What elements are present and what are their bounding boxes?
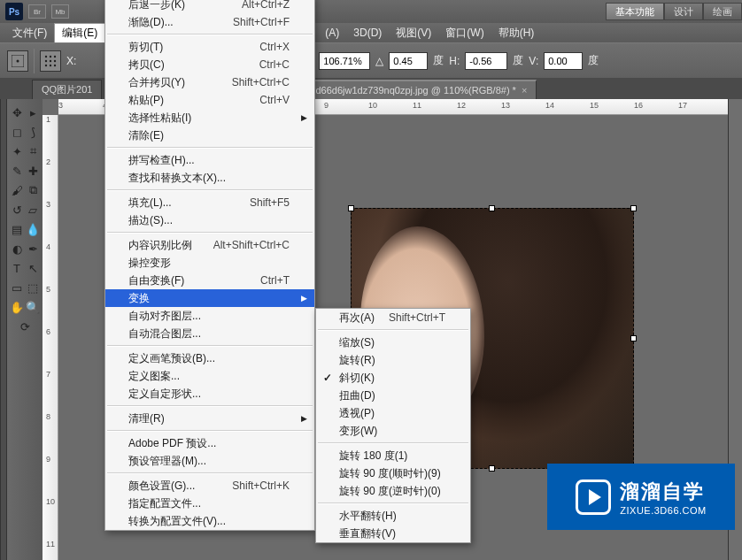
wand-tool-icon[interactable]: ✦ xyxy=(9,142,25,160)
menu-item[interactable]: 粘贴(P)Ctrl+V xyxy=(105,91,314,109)
transform-handle-bm[interactable] xyxy=(489,465,495,472)
pen-tool-icon[interactable]: ✒ xyxy=(25,240,41,257)
marquee-tool-icon[interactable]: ◻ xyxy=(9,123,25,141)
type-tool-icon[interactable]: T xyxy=(9,259,25,277)
menu-file[interactable]: 文件(F) xyxy=(5,23,54,42)
menu-item[interactable]: 拷贝(C)Ctrl+C xyxy=(105,56,314,73)
hand-tool-icon[interactable]: ✋ xyxy=(9,298,25,316)
menu-item[interactable]: Adobe PDF 预设... xyxy=(105,434,314,452)
stamp-tool-icon[interactable]: ⧉ xyxy=(25,181,41,199)
chevron-icon[interactable]: ▸ xyxy=(25,104,41,121)
menu-item[interactable]: 旋转 90 度(顺时针)(9) xyxy=(316,464,470,482)
menu-item[interactable]: 颜色设置(G)...Shift+Ctrl+K xyxy=(105,477,314,495)
bridge-badge[interactable]: Br xyxy=(28,4,46,19)
crop-tool-icon[interactable]: ⌗ xyxy=(25,142,41,160)
edit-menu: 后退一步(K)Alt+Ctrl+Z渐隐(D)...Shift+Ctrl+F剪切(… xyxy=(104,0,315,531)
dodge-tool-icon[interactable]: ◐ xyxy=(9,240,25,257)
doc-tab-2-label: d66d6jw1dz739nq0zpj.jpg @ 110%(RGB/8#) * xyxy=(315,85,515,96)
eyedropper-tool-icon[interactable]: ✎ xyxy=(9,162,25,180)
menu-item[interactable]: 合并拷贝(Y)Shift+Ctrl+C xyxy=(105,73,314,91)
menu-item[interactable]: 操控变形 xyxy=(105,254,314,272)
menu-item[interactable]: 转换为配置文件(V)... xyxy=(105,512,314,530)
menu-item-label: 变形(W) xyxy=(339,424,377,439)
menu-item[interactable]: 自由变换(F)Ctrl+T xyxy=(105,272,314,289)
lasso-tool-icon[interactable]: ⟆ xyxy=(25,123,41,141)
blur-tool-icon[interactable]: 💧 xyxy=(25,220,41,238)
reference-point-icon[interactable] xyxy=(7,50,28,72)
opt-v-input[interactable] xyxy=(544,52,583,70)
transform-handle-mr[interactable] xyxy=(630,335,637,341)
3d-tool-icon[interactable]: ⬚ xyxy=(25,279,41,296)
menu-item-label: 旋转 90 度(逆时针)(0) xyxy=(339,484,441,499)
opt-h-input[interactable] xyxy=(319,52,370,70)
menu-item[interactable]: 缩放(S) xyxy=(316,334,470,351)
menu-item[interactable]: ✓斜切(K) xyxy=(316,369,470,387)
gradient-tool-icon[interactable]: ▤ xyxy=(9,220,25,238)
menu-item[interactable]: 填充(L)...Shift+F5 xyxy=(105,194,314,211)
ruler-vertical[interactable]: 1234567891011 xyxy=(43,115,58,560)
menu-item[interactable]: 选择性粘贴(I)▶ xyxy=(105,109,314,127)
menu-item[interactable]: 定义自定形状... xyxy=(105,385,314,403)
menu-item[interactable]: 后退一步(K)Alt+Ctrl+Z xyxy=(105,0,314,13)
healing-tool-icon[interactable]: ✚ xyxy=(25,162,41,180)
brush-tool-icon[interactable]: 🖌 xyxy=(9,181,25,199)
menu-item[interactable]: 清理(R)▶ xyxy=(105,410,314,427)
path-tool-icon[interactable]: ↖ xyxy=(25,259,41,277)
ruler-tick: 4 xyxy=(46,242,50,251)
menu-view[interactable]: 视图(V) xyxy=(389,23,438,42)
menu-item[interactable]: 变换▶ xyxy=(105,289,314,307)
transform-handle-tr[interactable] xyxy=(630,205,637,211)
menu-item[interactable]: 垂直翻转(V) xyxy=(316,525,470,542)
menu-help[interactable]: 帮助(H) xyxy=(491,23,542,42)
workspace-essentials[interactable]: 基本功能 xyxy=(606,3,664,20)
menu-item[interactable]: 变形(W) xyxy=(316,422,470,440)
menu-item[interactable]: 再次(A)Shift+Ctrl+T xyxy=(316,309,470,326)
menu-window[interactable]: 窗口(W) xyxy=(438,23,491,42)
menu-item-label: 颜色设置(G)... xyxy=(128,479,195,494)
menu-shortcut: Ctrl+C xyxy=(259,58,290,71)
doc-tab-2[interactable]: d66d6jw1dz739nq0zpj.jpg @ 110%(RGB/8#) *… xyxy=(305,80,537,99)
rotate-tool-icon[interactable]: ⟳ xyxy=(17,318,33,335)
menu-3d[interactable]: 3D(D) xyxy=(346,23,389,42)
menu-item[interactable]: 自动混合图层... xyxy=(105,325,314,342)
doc-tab-1[interactable]: QQ图片201 xyxy=(32,80,102,99)
zoom-tool-icon[interactable]: 🔍 xyxy=(25,298,41,316)
menu-item[interactable]: 剪切(T)Ctrl+X xyxy=(105,38,314,56)
ruler-tick: 3 xyxy=(46,200,50,209)
close-icon[interactable]: × xyxy=(522,85,527,96)
menu-item[interactable]: 旋转(R) xyxy=(316,351,470,369)
menu-item[interactable]: 查找和替换文本(X)... xyxy=(105,169,314,187)
menu-item[interactable]: 透视(P) xyxy=(316,404,470,422)
opt-h2-input[interactable] xyxy=(465,52,507,70)
grid-reference-icon[interactable] xyxy=(40,50,61,72)
opt-angle-input[interactable] xyxy=(389,52,428,70)
menu-item[interactable]: 描边(S)... xyxy=(105,211,314,229)
menu-item[interactable]: 定义画笔预设(B)... xyxy=(105,349,314,367)
menu-item[interactable]: 指定配置文件... xyxy=(105,495,314,512)
menu-item[interactable]: 清除(E) xyxy=(105,127,314,144)
minibridge-badge[interactable]: Mb xyxy=(51,4,69,19)
menu-item[interactable]: 内容识别比例Alt+Shift+Ctrl+C xyxy=(105,236,314,254)
move-tool-icon[interactable]: ✥ xyxy=(9,104,25,121)
menu-item[interactable]: 水平翻转(H) xyxy=(316,507,470,525)
eraser-tool-icon[interactable]: ▱ xyxy=(25,201,41,219)
menu-item[interactable]: 预设管理器(M)... xyxy=(105,452,314,470)
menu-item[interactable]: 拼写检查(H)... xyxy=(105,151,314,169)
ruler-tick: 12 xyxy=(457,101,466,110)
menu-analysis[interactable]: (A) xyxy=(318,23,346,42)
shape-tool-icon[interactable]: ▭ xyxy=(9,279,25,296)
menu-item[interactable]: 定义图案... xyxy=(105,367,314,385)
workspace-painting[interactable]: 绘画 xyxy=(703,3,742,20)
menu-item-label: 后退一步(K) xyxy=(128,0,185,12)
panel-collapse-strip[interactable] xyxy=(0,99,7,560)
menu-item[interactable]: 自动对齐图层... xyxy=(105,307,314,325)
menu-item[interactable]: 渐隐(D)...Shift+Ctrl+F xyxy=(105,13,314,31)
menu-item[interactable]: 旋转 90 度(逆时针)(0) xyxy=(316,482,470,500)
menu-item[interactable]: 扭曲(D) xyxy=(316,387,470,404)
transform-handle-tl[interactable] xyxy=(348,205,354,211)
menu-edit[interactable]: 编辑(E) xyxy=(54,23,105,42)
history-brush-icon[interactable]: ↺ xyxy=(9,201,25,219)
transform-handle-tm[interactable] xyxy=(489,205,495,211)
workspace-design[interactable]: 设计 xyxy=(664,3,703,20)
menu-item[interactable]: 旋转 180 度(1) xyxy=(316,447,470,464)
